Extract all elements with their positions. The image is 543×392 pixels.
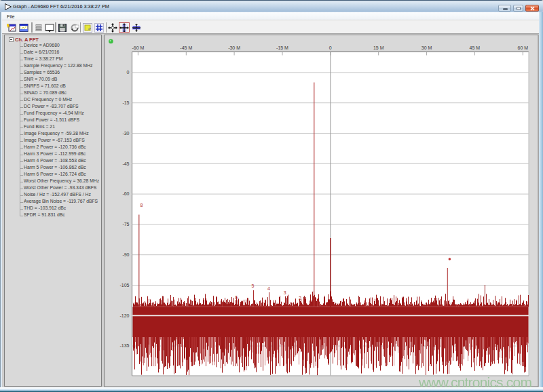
svg-text:0: 0	[329, 45, 332, 50]
svg-text:-15: -15	[122, 100, 129, 105]
svg-text:-30: -30	[122, 131, 129, 136]
svg-text:8: 8	[141, 203, 143, 208]
svg-text:-90: -90	[122, 252, 129, 257]
svg-text:0: 0	[127, 70, 130, 75]
svg-text:6: 6	[235, 295, 238, 300]
svg-text:-135: -135	[119, 343, 129, 348]
svg-text:-60: -60	[122, 191, 129, 196]
svg-text:-45 M: -45 M	[180, 45, 192, 50]
svg-text:3: 3	[284, 290, 286, 295]
svg-text:30 M: 30 M	[422, 45, 432, 50]
svg-text:-120: -120	[119, 313, 129, 318]
svg-text:15 M: 15 M	[373, 45, 384, 50]
svg-text:-45: -45	[122, 161, 129, 166]
svg-text:4: 4	[267, 286, 270, 291]
svg-text:-30 M: -30 M	[228, 45, 240, 50]
svg-text:45 M: 45 M	[470, 45, 481, 50]
svg-text:-105: -105	[119, 283, 129, 288]
svg-text:5: 5	[251, 283, 254, 288]
svg-text:60 M: 60 M	[518, 45, 529, 50]
svg-text:2: 2	[299, 296, 301, 300]
svg-text:-15 M: -15 M	[276, 45, 288, 50]
svg-text:-60 M: -60 M	[132, 45, 144, 50]
svg-text:-75: -75	[122, 222, 129, 227]
